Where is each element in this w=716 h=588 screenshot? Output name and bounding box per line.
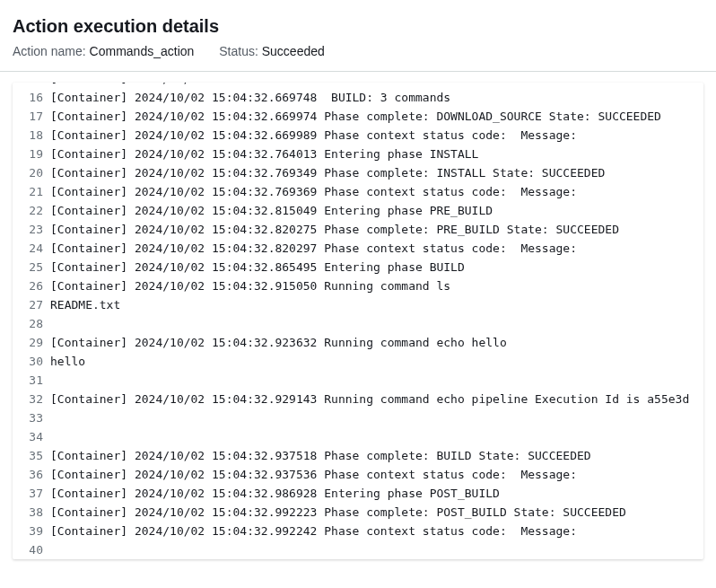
line-content: [Container] 2024/10/02 15:04:32.660719 P… [50, 83, 493, 88]
line-content: [Container] 2024/10/02 15:04:32.669974 P… [50, 107, 661, 126]
line-number: 15 [13, 83, 50, 88]
log-line: 23[Container] 2024/10/02 15:04:32.820275… [13, 220, 703, 239]
line-content: [Container] 2024/10/02 15:04:32.992223 P… [50, 503, 626, 522]
log-line: 21[Container] 2024/10/02 15:04:32.769369… [13, 182, 703, 201]
log-line-cutoff: 15[Container] 2024/10/02 15:04:32.660719… [13, 83, 703, 88]
log-line: 25[Container] 2024/10/02 15:04:32.865495… [13, 258, 703, 276]
line-number: 36 [13, 465, 50, 484]
line-content: [Container] 2024/10/02 15:04:32.769349 P… [50, 163, 605, 182]
line-number: 17 [13, 107, 50, 126]
line-content: [Container] 2024/10/02 15:04:32.769369 P… [50, 182, 584, 201]
line-number: 28 [13, 314, 50, 333]
line-content: [Container] 2024/10/02 15:04:32.764013 E… [50, 145, 478, 163]
log-line: 28 [13, 314, 703, 333]
status-label: Status: [219, 44, 258, 58]
log-line: 33 [13, 408, 703, 427]
log-pane: 15[Container] 2024/10/02 15:04:32.660719… [0, 83, 716, 559]
log-line: 16[Container] 2024/10/02 15:04:32.669748… [13, 88, 703, 107]
line-number: 21 [13, 182, 50, 201]
status-value: Succeeded [262, 44, 325, 58]
action-name-label: Action name: [13, 44, 86, 58]
line-number: 19 [13, 145, 50, 163]
line-number: 37 [13, 484, 50, 503]
log-line: 19[Container] 2024/10/02 15:04:32.764013… [13, 145, 703, 163]
line-number: 35 [13, 446, 50, 465]
log-line: 27README.txt [13, 295, 703, 314]
log-container[interactable]: 15[Container] 2024/10/02 15:04:32.660719… [13, 83, 703, 559]
line-content: [Container] 2024/10/02 15:04:32.820275 P… [50, 220, 619, 239]
log-line: 39[Container] 2024/10/02 15:04:32.992242… [13, 522, 703, 540]
log-line: 20[Container] 2024/10/02 15:04:32.769349… [13, 163, 703, 182]
line-number: 27 [13, 295, 50, 314]
log-line: 31 [13, 371, 703, 390]
line-number: 22 [13, 201, 50, 220]
log-line: 17[Container] 2024/10/02 15:04:32.669974… [13, 107, 703, 126]
log-line: 35[Container] 2024/10/02 15:04:32.937518… [13, 446, 703, 465]
line-number: 40 [13, 540, 50, 559]
line-number: 30 [13, 352, 50, 371]
log-line: 32[Container] 2024/10/02 15:04:32.929143… [13, 390, 703, 408]
line-number: 20 [13, 163, 50, 182]
line-content: [Container] 2024/10/02 15:04:32.937536 P… [50, 465, 584, 484]
log-line: 40 [13, 540, 703, 559]
line-number: 31 [13, 371, 50, 390]
page-title: Action execution details [13, 16, 703, 37]
action-name-value: Commands_action [90, 44, 195, 58]
line-number: 32 [13, 390, 50, 408]
header: Action execution details Action name: Co… [0, 0, 716, 72]
log-line: 22[Container] 2024/10/02 15:04:32.815049… [13, 201, 703, 220]
line-content: [Container] 2024/10/02 15:04:32.992242 P… [50, 522, 584, 540]
log-line: 30hello [13, 352, 703, 371]
line-number: 39 [13, 522, 50, 540]
line-content: [Container] 2024/10/02 15:04:32.820297 P… [50, 239, 584, 258]
log-line: 24[Container] 2024/10/02 15:04:32.820297… [13, 239, 703, 258]
log-line: 18[Container] 2024/10/02 15:04:32.669989… [13, 126, 703, 145]
line-content: [Container] 2024/10/02 15:04:32.915050 R… [50, 276, 450, 295]
line-number: 26 [13, 276, 50, 295]
line-content: README.txt [50, 295, 120, 314]
line-number: 18 [13, 126, 50, 145]
log-line: 29[Container] 2024/10/02 15:04:32.923632… [13, 333, 703, 352]
line-content: [Container] 2024/10/02 15:04:32.865495 E… [50, 258, 465, 276]
log-line: 34 [13, 427, 703, 446]
log-line: 37[Container] 2024/10/02 15:04:32.986928… [13, 484, 703, 503]
line-content: [Container] 2024/10/02 15:04:32.937518 P… [50, 446, 591, 465]
line-content: [Container] 2024/10/02 15:04:32.815049 E… [50, 201, 493, 220]
log-line: 15[Container] 2024/10/02 15:04:32.660719… [13, 83, 493, 88]
line-number: 38 [13, 503, 50, 522]
log-line: 38[Container] 2024/10/02 15:04:32.992223… [13, 503, 703, 522]
log-line: 36[Container] 2024/10/02 15:04:32.937536… [13, 465, 703, 484]
line-content: [Container] 2024/10/02 15:04:32.923632 R… [50, 333, 507, 352]
line-number: 34 [13, 427, 50, 446]
line-content: [Container] 2024/10/02 15:04:32.669748 B… [50, 88, 450, 107]
line-content: [Container] 2024/10/02 15:04:32.929143 R… [50, 390, 689, 408]
line-number: 24 [13, 239, 50, 258]
line-content: [Container] 2024/10/02 15:04:32.669989 P… [50, 126, 584, 145]
line-content: hello [50, 352, 85, 371]
line-number: 23 [13, 220, 50, 239]
meta-line: Action name: Commands_action Status: Suc… [13, 44, 703, 58]
line-number: 16 [13, 88, 50, 107]
log-line: 26[Container] 2024/10/02 15:04:32.915050… [13, 276, 703, 295]
line-number: 29 [13, 333, 50, 352]
line-number: 33 [13, 408, 50, 427]
line-number: 25 [13, 258, 50, 276]
line-content: [Container] 2024/10/02 15:04:32.986928 E… [50, 484, 500, 503]
